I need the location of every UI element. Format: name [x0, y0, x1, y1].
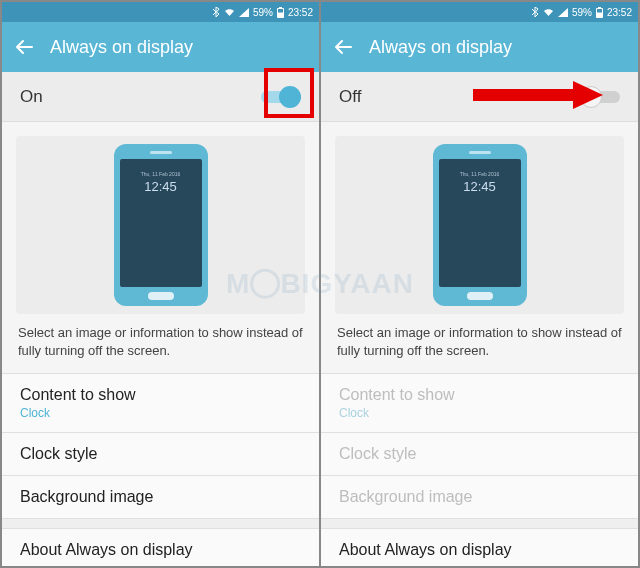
battery-percent: 59% [253, 7, 273, 18]
item-clock-style[interactable]: Clock style [2, 432, 319, 475]
clock-text: 23:52 [288, 7, 313, 18]
phone-mock-icon: Thu, 11 Feb 2016 12:45 [114, 144, 208, 306]
toggle-label: On [20, 87, 43, 107]
master-toggle-row: Off [321, 72, 638, 122]
master-toggle-row: On [2, 72, 319, 122]
statusbar: 59% 23:52 [321, 2, 638, 22]
item-about[interactable]: About Always on display [321, 528, 638, 568]
signal-icon [558, 8, 568, 17]
item-title: Background image [339, 488, 620, 506]
item-title: About Always on display [20, 541, 301, 559]
wifi-icon [224, 8, 235, 17]
wifi-icon [543, 8, 554, 17]
item-subtitle: Clock [20, 406, 301, 420]
clock-text: 23:52 [607, 7, 632, 18]
item-clock-style: Clock style [321, 432, 638, 475]
item-content-to-show: Content to show Clock [321, 373, 638, 432]
screenshot-right: 59% 23:52 Always on display Off Thu, 11 … [320, 0, 640, 568]
signal-icon [239, 8, 249, 17]
svg-rect-2 [278, 9, 283, 13]
item-title: Background image [20, 488, 301, 506]
header-title: Always on display [50, 37, 193, 58]
statusbar: 59% 23:52 [2, 2, 319, 22]
master-toggle-switch[interactable] [261, 86, 301, 108]
bluetooth-icon [531, 7, 539, 17]
item-content-to-show[interactable]: Content to show Clock [2, 373, 319, 432]
divider [2, 518, 319, 528]
battery-icon [596, 7, 603, 18]
preview-box: Thu, 11 Feb 2016 12:45 [335, 136, 624, 314]
svg-rect-5 [597, 9, 602, 13]
preview-area: Thu, 11 Feb 2016 12:45 Select an image o… [2, 122, 319, 373]
preview-description: Select an image or information to show i… [335, 314, 624, 363]
master-toggle-switch[interactable] [580, 86, 620, 108]
screenshot-left: 59% 23:52 Always on display On Thu, 11 F… [0, 0, 320, 568]
header: Always on display [2, 22, 319, 72]
svg-rect-4 [598, 7, 601, 9]
bluetooth-icon [212, 7, 220, 17]
preview-description: Select an image or information to show i… [16, 314, 305, 363]
item-title: Clock style [20, 445, 301, 463]
item-title: Content to show [339, 386, 620, 404]
item-subtitle: Clock [339, 406, 620, 420]
item-background-image: Background image [321, 475, 638, 518]
item-title: Clock style [339, 445, 620, 463]
item-background-image[interactable]: Background image [2, 475, 319, 518]
battery-percent: 59% [572, 7, 592, 18]
item-about[interactable]: About Always on display [2, 528, 319, 568]
header: Always on display [321, 22, 638, 72]
divider [321, 518, 638, 528]
preview-area: Thu, 11 Feb 2016 12:45 Select an image o… [321, 122, 638, 373]
svg-rect-1 [279, 7, 282, 9]
back-arrow-icon[interactable] [14, 37, 34, 57]
battery-icon [277, 7, 284, 18]
item-title: About Always on display [339, 541, 620, 559]
preview-box: Thu, 11 Feb 2016 12:45 [16, 136, 305, 314]
back-arrow-icon[interactable] [333, 37, 353, 57]
phone-mock-icon: Thu, 11 Feb 2016 12:45 [433, 144, 527, 306]
item-title: Content to show [20, 386, 301, 404]
toggle-label: Off [339, 87, 361, 107]
header-title: Always on display [369, 37, 512, 58]
